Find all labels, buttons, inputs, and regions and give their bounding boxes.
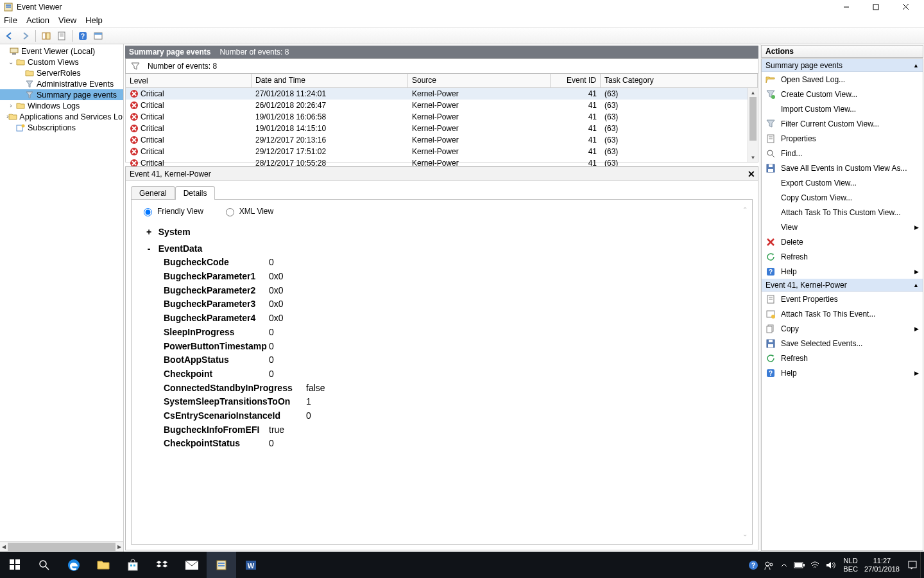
event-row[interactable]: Critical29/12/2017 17:51:02Kernel-Power4… — [126, 146, 748, 157]
show-hide-tree-button[interactable] — [39, 29, 53, 43]
show-desktop-button[interactable] — [920, 552, 924, 578]
preview-v-scrollbar[interactable]: ⌃⌄ — [740, 206, 749, 538]
event-row[interactable]: Critical29/12/2017 20:13:16Kernel-Power4… — [126, 134, 748, 146]
menu-file[interactable]: File — [4, 15, 17, 25]
col-eventid[interactable]: Event ID — [551, 74, 601, 87]
grid-count: Number of events: 8 — [219, 48, 289, 57]
start-button[interactable] — [0, 552, 30, 578]
tree-windows-logs[interactable]: › Windows Logs — [0, 100, 123, 111]
event-field: BugcheckParameter30x0 — [164, 297, 743, 311]
action-refresh[interactable]: Refresh — [762, 249, 923, 264]
actions-section-1[interactable]: Summary page events▲ — [762, 59, 923, 72]
tree-custom-views[interactable]: ⌄ Custom Views — [0, 57, 123, 67]
menu-view[interactable]: View — [58, 15, 76, 25]
filter-count: Number of events: 8 — [148, 62, 217, 71]
preview-close-button[interactable]: ✕ — [748, 169, 755, 179]
tree-root[interactable]: Event Viewer (Local) — [0, 46, 123, 57]
action-help[interactable]: ?Help▶ — [762, 264, 923, 279]
actions-section-2[interactable]: Event 41, Kernel-Power▲ — [762, 279, 923, 292]
radio-friendly-view[interactable]: Friendly View — [141, 206, 203, 216]
action-refresh[interactable]: Refresh — [762, 351, 923, 365]
svg-rect-66 — [10, 559, 14, 564]
system-node[interactable]: + System — [144, 225, 743, 240]
action-save-all-events-in-custom-view-as[interactable]: Save All Events in Custom View As... — [762, 161, 923, 175]
action-import-custom-view[interactable]: Import Custom View... — [762, 101, 923, 116]
col-category[interactable]: Task Category — [601, 74, 758, 87]
close-button[interactable] — [891, 0, 920, 13]
action-filter-current-custom-view[interactable]: Filter Current Custom View... — [762, 116, 923, 131]
radio-xml-view[interactable]: XML View — [223, 206, 273, 216]
tree-server-roles[interactable]: ServerRoles — [0, 67, 123, 78]
eventdata-node[interactable]: - EventData — [144, 242, 743, 256]
action-event-properties[interactable]: Event Properties — [762, 292, 923, 306]
task-file-explorer[interactable] — [89, 552, 118, 578]
tray-volume-icon[interactable] — [823, 552, 838, 578]
svg-rect-8 — [46, 33, 50, 39]
col-source[interactable]: Source — [408, 74, 551, 87]
svg-rect-1 — [6, 4, 11, 6]
blank-icon — [766, 178, 776, 188]
task-mail[interactable] — [177, 552, 207, 578]
back-button[interactable] — [3, 29, 17, 43]
tree-admin-events[interactable]: Administrative Events — [0, 78, 123, 89]
task-store[interactable] — [118, 552, 148, 578]
event-row[interactable]: Critical27/01/2018 11:24:01Kernel-Power4… — [126, 88, 748, 100]
tab-general[interactable]: General — [131, 186, 175, 200]
event-field: SleepInProgress0 — [164, 326, 743, 340]
action-delete[interactable]: Delete — [762, 234, 923, 249]
view-button[interactable] — [91, 29, 105, 43]
expand-icon[interactable]: › — [6, 102, 15, 109]
event-row[interactable]: Critical19/01/2018 14:15:10Kernel-Power4… — [126, 123, 748, 134]
critical-icon — [130, 112, 139, 121]
task-dropbox[interactable] — [148, 552, 177, 578]
col-level[interactable]: Level — [126, 74, 252, 87]
grid-v-scrollbar[interactable]: ▲▼ — [748, 88, 758, 162]
tree-summary-page-events[interactable]: Summary page events — [0, 89, 123, 100]
action-help[interactable]: ?Help▶ — [762, 365, 923, 380]
maximize-button[interactable] — [861, 0, 891, 13]
search-button[interactable] — [30, 552, 59, 578]
action-create-custom-view[interactable]: Create Custom View... — [762, 87, 923, 101]
help-button[interactable]: ? — [76, 29, 90, 43]
tray-people-icon[interactable] — [761, 552, 776, 578]
task-event-viewer[interactable] — [207, 552, 236, 578]
action-save-selected-events[interactable]: Save Selected Events... — [762, 336, 923, 351]
tab-details[interactable]: Details — [175, 186, 216, 200]
tray-help-icon[interactable]: ? — [746, 552, 761, 578]
collapse-icon[interactable]: ⌄ — [6, 58, 15, 66]
event-row[interactable]: Critical19/01/2018 16:06:58Kernel-Power4… — [126, 111, 748, 123]
tree-h-scrollbar[interactable]: ◀▶ — [0, 541, 123, 552]
tray-chevron-up-icon[interactable] — [776, 552, 792, 578]
event-field: BugcheckParameter40x0 — [164, 311, 743, 326]
svg-point-70 — [40, 561, 46, 567]
event-field: PowerButtonTimestamp0 — [164, 340, 743, 354]
taskbar-clock[interactable]: NLDBEC 11:2727/01/2018 — [838, 557, 905, 573]
minimize-button[interactable] — [832, 0, 861, 13]
svg-rect-63 — [768, 344, 773, 347]
action-find[interactable]: Find... — [762, 146, 923, 161]
menu-help[interactable]: Help — [85, 15, 103, 25]
event-row[interactable]: Critical26/01/2018 20:26:47Kernel-Power4… — [126, 100, 748, 111]
action-copy-custom-view[interactable]: Copy Custom View... — [762, 190, 923, 205]
action-copy[interactable]: Copy▶ — [762, 321, 923, 336]
action-attach-task-to-this-custom-view[interactable]: Attach Task To This Custom View... — [762, 205, 923, 220]
tree-subscriptions[interactable]: Subscriptions — [0, 122, 123, 133]
help-icon: ? — [766, 267, 776, 277]
task-edge[interactable] — [59, 552, 89, 578]
action-attach-task-to-this-event[interactable]: Attach Task To This Event... — [762, 306, 923, 321]
task-word[interactable]: W — [236, 552, 266, 578]
tray-wifi-icon[interactable] — [807, 552, 823, 578]
action-export-custom-view[interactable]: Export Custom View... — [762, 175, 923, 190]
svg-rect-78 — [218, 563, 225, 564]
menu-action[interactable]: Action — [26, 15, 49, 25]
svg-rect-17 — [12, 53, 16, 55]
tray-battery-icon[interactable] — [792, 552, 807, 578]
col-date[interactable]: Date and Time — [252, 74, 408, 87]
tree-app-services-logs[interactable]: › Applications and Services Lo — [0, 111, 123, 122]
action-open-saved-log[interactable]: Open Saved Log... — [762, 72, 923, 87]
action-view[interactable]: View▶ — [762, 220, 923, 234]
forward-button[interactable] — [18, 29, 32, 43]
properties-button[interactable] — [55, 29, 69, 43]
action-properties[interactable]: Properties — [762, 131, 923, 146]
tray-notifications-icon[interactable] — [905, 552, 920, 578]
